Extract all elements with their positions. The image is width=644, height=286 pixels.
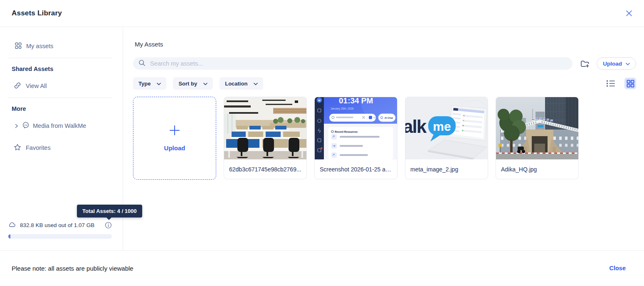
sidebar-divider <box>8 98 112 98</box>
storage-usage-text: 832.8 KB used out of 1.07 GB <box>20 222 94 228</box>
sidebar-item-label: View All <box>26 83 47 90</box>
asset-caption: meta_image_2.jpg <box>405 159 488 179</box>
asset-thumbnail-walkme-logo-laptop: alk me <box>405 97 488 159</box>
search-row: Upload <box>133 57 636 70</box>
storage-progress-fill <box>8 234 10 239</box>
chevron-right-icon[interactable] <box>14 123 19 130</box>
filter-sort-by-dropdown[interactable]: Sort by <box>173 77 213 90</box>
public-notice-text: Please note: all assets are publicly vie… <box>12 265 133 272</box>
filter-location-dropdown[interactable]: Location <box>220 77 263 90</box>
my-assets-grid-icon <box>15 42 22 50</box>
grid-view-icon[interactable] <box>624 78 636 89</box>
upload-dropzone-card[interactable]: Upload <box>133 97 216 180</box>
search-icon <box>138 59 146 68</box>
footer: Please note: all assets are publicly vie… <box>0 251 644 286</box>
sidebar-divider <box>8 58 112 58</box>
asset-thumbnail-office-photo <box>224 97 307 159</box>
new-folder-icon[interactable] <box>580 59 590 68</box>
info-icon[interactable] <box>105 222 112 229</box>
page-title: Assets Library <box>12 9 62 17</box>
sidebar-item-favorites[interactable]: Favorites <box>0 144 123 152</box>
asset-filename: 62db3c671745e98cb2769... <box>229 166 301 173</box>
asset-thumbnail-building-photo <box>496 97 579 159</box>
sidebar-item-my-assets[interactable]: My assets <box>0 43 123 50</box>
cloud-icon <box>8 222 16 229</box>
sidebar: My assets Shared Assets View All More <box>0 27 123 250</box>
main-panel: My Assets Upload <box>123 27 644 250</box>
asset-card[interactable]: 62db3c671745e98cb2769... <box>224 97 307 179</box>
walkme-bubble-icon: me <box>22 122 30 130</box>
more-heading: More <box>0 105 123 112</box>
thumb-logo-left-text: alk <box>405 116 427 137</box>
modal-header: Assets Library <box>0 0 644 27</box>
star-icon <box>14 144 21 152</box>
upload-button-label: Upload <box>603 61 622 67</box>
chevron-down-icon <box>157 81 161 87</box>
asset-thumbnail-app-screenshot: 01:34 PM January 25th, 2026 AI Chat Rece… <box>315 97 397 159</box>
asset-caption: Screenshot 2026-01-25 at 1... <box>315 159 397 179</box>
asset-caption: 62db3c671745e98cb2769... <box>224 159 306 179</box>
asset-card[interactable]: alk me meta_image_2.jpg <box>405 97 488 179</box>
asset-filename: meta_image_2.jpg <box>410 166 458 173</box>
plus-icon <box>169 125 180 137</box>
close-icon[interactable] <box>625 10 633 17</box>
sidebar-item-label: My assets <box>26 43 53 50</box>
storage-progress-bar <box>8 234 112 239</box>
asset-caption: Adika_HQ.jpg <box>496 159 578 179</box>
filter-type-dropdown[interactable]: Type <box>133 77 166 90</box>
storage-section: 832.8 KB used out of 1.07 GB <box>8 222 112 239</box>
close-link[interactable]: Close <box>609 265 626 271</box>
modal-body: My assets Shared Assets View All More <box>0 27 644 251</box>
thumb-logo-bubble-text: me <box>433 120 451 133</box>
thumb-card-heading: Recent Resources <box>335 130 358 133</box>
total-assets-tooltip: Total Assets: 4 / 1000 <box>77 205 142 218</box>
asset-filename: Adika_HQ.jpg <box>501 166 537 173</box>
sidebar-item-label: Media from WalkMe <box>33 122 86 130</box>
chevron-down-icon <box>254 81 258 87</box>
search-bar[interactable] <box>133 57 572 70</box>
filter-label: Location <box>225 81 247 87</box>
asset-card[interactable]: Adika_HQ.jpg <box>496 97 579 179</box>
sidebar-item-media-from-walkme[interactable]: me Media from WalkMe <box>0 122 123 130</box>
filter-label: Sort by <box>178 81 197 87</box>
asset-grid: Upload <box>133 97 636 180</box>
link-icon <box>14 82 21 90</box>
chevron-down-icon <box>203 81 207 87</box>
asset-filename: Screenshot 2026-01-25 at 1... <box>320 166 392 173</box>
filter-row: Type Sort by Location <box>133 77 636 90</box>
filter-label: Type <box>138 81 151 87</box>
upload-button[interactable]: Upload <box>597 57 636 70</box>
sidebar-item-label: Favorites <box>26 144 51 152</box>
list-view-icon[interactable] <box>607 80 615 87</box>
thumb-chat-button-text: AI Chat <box>385 117 393 119</box>
thumb-date-text: January 25th, 2026 <box>331 107 354 110</box>
search-input[interactable] <box>149 60 567 67</box>
svg-text:me: me <box>24 124 28 126</box>
asset-card[interactable]: 01:34 PM January 25th, 2026 AI Chat Rece… <box>314 97 397 179</box>
section-heading: My Assets <box>133 41 636 48</box>
sidebar-item-view-all[interactable]: View All <box>0 83 123 90</box>
tooltip-text: Total Assets: 4 / 1000 <box>82 208 137 214</box>
chevron-down-icon <box>626 61 630 67</box>
svg-text:w: w <box>318 99 321 102</box>
thumb-time-text: 01:34 PM <box>339 97 373 105</box>
shared-assets-heading: Shared Assets <box>0 66 123 72</box>
upload-card-label: Upload <box>164 144 185 152</box>
